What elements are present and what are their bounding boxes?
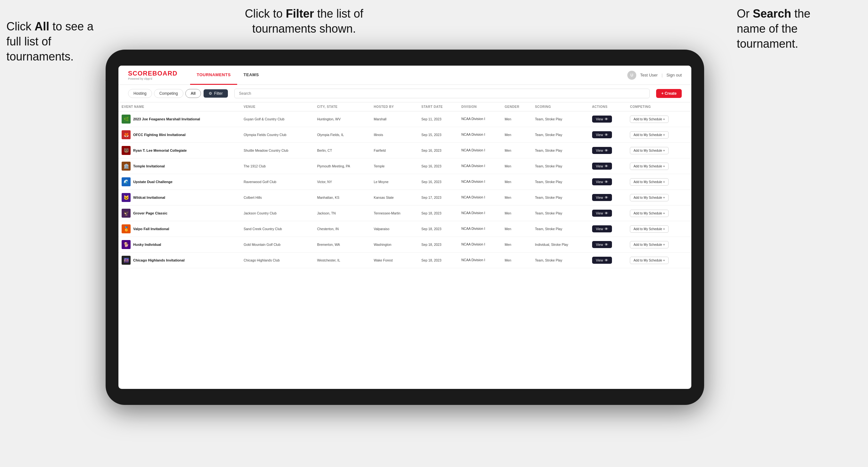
division-cell: NCAA Division I (458, 158, 501, 174)
view-button[interactable]: View 👁 (592, 116, 612, 123)
event-cell: 🦊 OFCC Fighting Illini Invitational (122, 130, 237, 139)
table-container: EVENT NAME VENUE CITY, STATE HOSTED BY S… (118, 102, 691, 389)
venue-cell: Colbert Hills (240, 190, 314, 206)
search-input[interactable] (234, 89, 650, 98)
venue-cell: Guyan Golf & Country Club (240, 112, 314, 127)
city-state-cell: Jackson, TN (314, 206, 371, 221)
view-button[interactable]: View 👁 (592, 241, 612, 248)
gender-cell: Men (501, 112, 532, 127)
filter-btn-group: Hosting Competing All (128, 89, 201, 98)
add-to-schedule-button[interactable]: Add to My Schedule + (630, 241, 668, 248)
add-to-schedule-button[interactable]: Add to My Schedule + (630, 225, 668, 233)
filter-button[interactable]: ⚙ Filter (204, 89, 228, 98)
view-button[interactable]: View 👁 (592, 178, 612, 185)
col-scoring: SCORING (532, 102, 589, 112)
add-to-schedule-button[interactable]: Add to My Schedule + (630, 178, 668, 186)
division-cell: NCAA Division I (458, 190, 501, 206)
start-date-cell: Sep 18, 2023 (418, 221, 458, 237)
create-button[interactable]: + Create (656, 89, 682, 98)
col-city-state: CITY, STATE (314, 102, 371, 112)
gender-cell: Men (501, 174, 532, 190)
start-date-cell: Sep 16, 2023 (418, 158, 458, 174)
actions-cell: View 👁 (589, 143, 627, 158)
start-date-cell: Sep 18, 2023 (418, 237, 458, 253)
division-cell: NCAA Division I (458, 143, 501, 158)
add-to-schedule-button[interactable]: Add to My Schedule + (630, 257, 668, 264)
hosted-by-cell: Temple (371, 158, 418, 174)
eye-icon: 👁 (604, 211, 608, 215)
city-state-cell: Victor, NY (314, 174, 371, 190)
hosted-by-cell: Washington (371, 237, 418, 253)
team-logo: 🌆 (122, 256, 131, 265)
col-gender: GENDER (501, 102, 532, 112)
event-cell: 🐕 Husky Individual (122, 240, 237, 249)
view-button[interactable]: View 👁 (592, 257, 612, 264)
view-button[interactable]: View 👁 (592, 131, 612, 138)
gender-cell: Men (501, 143, 532, 158)
scoring-cell: Team, Stroke Play (532, 190, 589, 206)
col-actions: ACTIONS (589, 102, 627, 112)
col-competing: COMPETING (627, 102, 691, 112)
filter-label: Filter (214, 91, 223, 96)
sign-out-link[interactable]: Sign out (666, 73, 682, 77)
venue-cell: Chicago Highlands Club (240, 253, 314, 268)
event-name: Upstate Dual Challenge (133, 180, 173, 184)
nav-tab-tournaments[interactable]: TOURNAMENTS (190, 66, 237, 85)
view-button[interactable]: View 👁 (592, 147, 612, 154)
event-cell: 🌿 2023 Joe Feaganes Marshall Invitationa… (122, 115, 237, 124)
view-button[interactable]: View 👁 (592, 225, 612, 232)
add-to-schedule-button[interactable]: Add to My Schedule + (630, 116, 668, 123)
hosted-by-cell: Valparaiso (371, 221, 418, 237)
start-date-cell: Sep 16, 2023 (418, 143, 458, 158)
view-button[interactable]: View 👁 (592, 194, 612, 201)
all-button[interactable]: All (185, 89, 201, 98)
toolbar: Hosting Competing All ⚙ Filter + Create (118, 85, 691, 102)
nav-tab-teams[interactable]: TEAMS (237, 66, 265, 85)
eye-icon: 👁 (604, 227, 608, 231)
division-cell: NCAA Division I (458, 112, 501, 127)
col-division: DIVISION (458, 102, 501, 112)
actions-cell: View 👁 (589, 253, 627, 268)
col-venue: VENUE (240, 102, 314, 112)
hosting-button[interactable]: Hosting (128, 89, 152, 98)
competing-cell: Add to My Schedule + (627, 174, 691, 190)
event-cell: 🌆 Chicago Highlands Invitational (122, 256, 237, 265)
venue-cell: The 1912 Club (240, 158, 314, 174)
event-name: Ryan T. Lee Memorial Collegiate (133, 149, 187, 152)
competing-cell: Add to My Schedule + (627, 237, 691, 253)
view-button[interactable]: View 👁 (592, 210, 612, 217)
scoring-cell: Team, Stroke Play (532, 112, 589, 127)
eye-icon: 👁 (604, 258, 608, 262)
eye-icon: 👁 (604, 117, 608, 121)
nav-tabs: TOURNAMENTS TEAMS (190, 66, 627, 85)
actions-cell: View 👁 (589, 237, 627, 253)
add-to-schedule-button[interactable]: Add to My Schedule + (630, 131, 668, 138)
gender-cell: Men (501, 158, 532, 174)
view-button[interactable]: View 👁 (592, 163, 612, 169)
add-to-schedule-button[interactable]: Add to My Schedule + (630, 147, 668, 154)
hosted-by-cell: Fairfield (371, 143, 418, 158)
gender-cell: Men (501, 127, 532, 143)
add-to-schedule-button[interactable]: Add to My Schedule + (630, 194, 668, 201)
eye-icon: 👁 (604, 149, 608, 152)
gender-cell: Men (501, 221, 532, 237)
team-logo: 🌊 (122, 177, 131, 186)
table-row: 🐱 Wildcat Invitational Colbert Hills Man… (118, 190, 691, 206)
division-cell: NCAA Division I (458, 253, 501, 268)
city-state-cell: Berlin, CT (314, 143, 371, 158)
division-cell: NCAA Division I (458, 174, 501, 190)
filter-icon: ⚙ (209, 91, 212, 96)
add-to-schedule-button[interactable]: Add to My Schedule + (630, 210, 668, 217)
logo-text: SCOREBOARD (128, 70, 177, 77)
city-state-cell: Chesterton, IN (314, 221, 371, 237)
event-name: Valpo Fall Invitational (133, 227, 169, 231)
add-to-schedule-button[interactable]: Add to My Schedule + (630, 163, 668, 170)
start-date-cell: Sep 17, 2023 (418, 190, 458, 206)
col-start-date: START DATE (418, 102, 458, 112)
table-row: 🐻 Ryan T. Lee Memorial Collegiate Shuttl… (118, 143, 691, 158)
annotation-topcenter: Click to Filter the list oftournaments s… (218, 6, 391, 36)
eye-icon: 👁 (604, 195, 608, 199)
team-logo: 🦅 (122, 209, 131, 218)
competing-cell: Add to My Schedule + (627, 143, 691, 158)
competing-button[interactable]: Competing (154, 89, 183, 98)
